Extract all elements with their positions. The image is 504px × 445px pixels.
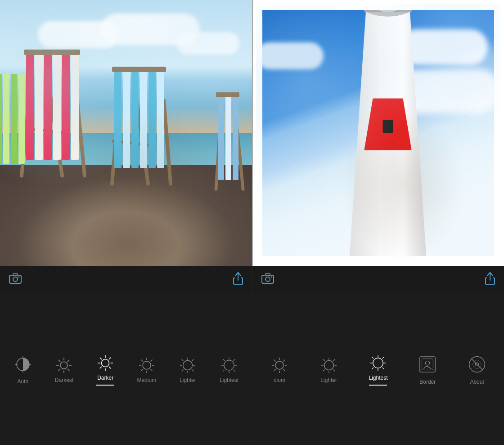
svg-rect-29 — [225, 95, 231, 180]
sun-icon-darkest — [56, 357, 72, 373]
svg-rect-15 — [114, 69, 122, 168]
menu-item-darker[interactable]: Darker — [92, 355, 119, 386]
svg-line-114 — [333, 359, 335, 361]
svg-line-103 — [274, 359, 275, 361]
right-menu-item-medium[interactable]: dium — [266, 357, 293, 383]
svg-line-13 — [164, 100, 171, 184]
svg-line-75 — [192, 369, 194, 371]
menu-item-darkest[interactable]: Darkest — [50, 357, 77, 383]
menu-item-lighter[interactable]: Lighter — [174, 357, 201, 383]
svg-line-67 — [150, 359, 152, 361]
svg-point-116 — [373, 358, 383, 368]
sun-icon-darker — [97, 355, 113, 371]
right-camera-button[interactable] — [261, 273, 274, 286]
svg-line-68 — [141, 369, 143, 371]
svg-line-58 — [109, 357, 111, 359]
svg-point-51 — [102, 359, 109, 367]
svg-point-107 — [324, 360, 333, 370]
auto-icon — [14, 356, 32, 375]
about-icon — [468, 355, 486, 375]
right-menu-label-lighter: Lighter — [320, 377, 337, 383]
menu-label-auto: Auto — [17, 378, 28, 385]
svg-point-98 — [275, 361, 284, 369]
svg-line-124 — [372, 367, 374, 369]
left-menu-strip: Auto Darkest — [0, 293, 252, 445]
svg-point-33 — [13, 277, 18, 282]
svg-line-77 — [182, 369, 184, 371]
lh-cloud-3 — [256, 42, 324, 69]
svg-rect-6 — [44, 52, 52, 160]
svg-rect-4 — [26, 52, 34, 160]
svg-rect-16 — [123, 69, 130, 168]
left-share-button[interactable] — [233, 272, 243, 287]
svg-point-94 — [266, 277, 270, 282]
svg-line-121 — [372, 357, 374, 359]
right-toolbar — [252, 266, 504, 293]
left-bottom-area: Auto Darkest — [0, 266, 252, 445]
lighthouse-watercolor — [252, 0, 504, 266]
svg-rect-22 — [0, 74, 2, 164]
left-panel: Auto Darkest — [0, 0, 252, 445]
svg-line-50 — [58, 368, 60, 370]
svg-rect-30 — [233, 95, 238, 180]
svg-rect-25 — [18, 74, 25, 164]
svg-rect-19 — [148, 69, 156, 168]
right-image — [252, 0, 504, 266]
svg-line-66 — [150, 369, 152, 371]
svg-rect-95 — [266, 273, 270, 276]
svg-line-115 — [323, 369, 324, 371]
right-menu-item-lightest[interactable]: Lightest — [364, 355, 392, 386]
svg-line-129 — [471, 359, 482, 370]
svg-rect-20 — [157, 69, 164, 168]
left-image — [0, 0, 252, 266]
svg-rect-21 — [112, 67, 166, 72]
svg-line-49 — [68, 359, 69, 361]
svg-line-86 — [223, 369, 225, 371]
right-menu-label-medium: dium — [274, 377, 285, 383]
right-menu-item-about[interactable]: About — [464, 355, 490, 385]
chair-partial-right — [212, 92, 252, 191]
svg-point-42 — [61, 362, 68, 369]
sun-icon-lighter — [180, 357, 196, 373]
svg-rect-126 — [422, 359, 433, 370]
svg-line-59 — [100, 366, 102, 368]
menu-item-lightest[interactable]: Lightest — [216, 357, 243, 383]
menu-item-medium[interactable]: Medium — [133, 357, 160, 383]
svg-line-104 — [283, 369, 285, 371]
svg-rect-34 — [13, 273, 18, 276]
svg-rect-9 — [71, 52, 79, 160]
left-toolbar — [0, 266, 252, 293]
green-chair-partial — [0, 74, 27, 173]
svg-rect-32 — [9, 275, 21, 283]
svg-rect-7 — [53, 52, 61, 160]
svg-line-57 — [109, 366, 111, 368]
svg-point-60 — [143, 361, 151, 369]
svg-point-78 — [224, 360, 234, 370]
svg-line-112 — [323, 359, 324, 361]
right-menu-strip: dium Lighter — [252, 293, 504, 445]
svg-line-47 — [58, 359, 60, 361]
right-sun-icon-lightest — [370, 355, 386, 371]
menu-label-lightest: Lightest — [220, 377, 238, 383]
right-share-button[interactable] — [485, 272, 495, 287]
right-panel: dium Lighter — [252, 0, 504, 445]
right-menu-item-lighter[interactable]: Lighter — [315, 357, 342, 383]
svg-rect-31 — [216, 92, 239, 97]
svg-line-76 — [192, 359, 194, 361]
svg-rect-8 — [62, 52, 70, 160]
sun-icon-medium — [139, 357, 155, 373]
menu-item-auto[interactable]: Auto — [9, 356, 36, 385]
right-menu-item-border[interactable]: Border — [414, 355, 441, 385]
right-menu-label-about: About — [470, 379, 484, 385]
menu-label-darker: Darker — [97, 375, 113, 381]
left-camera-button[interactable] — [9, 273, 22, 286]
svg-rect-23 — [3, 74, 9, 164]
menu-label-medium: Medium — [137, 377, 156, 383]
svg-line-48 — [68, 368, 69, 370]
menu-label-darkest: Darkest — [55, 377, 73, 383]
svg-line-84 — [234, 369, 235, 371]
svg-point-96 — [271, 276, 272, 277]
svg-rect-91 — [382, 120, 393, 133]
svg-point-35 — [18, 276, 20, 277]
svg-line-122 — [382, 367, 384, 369]
